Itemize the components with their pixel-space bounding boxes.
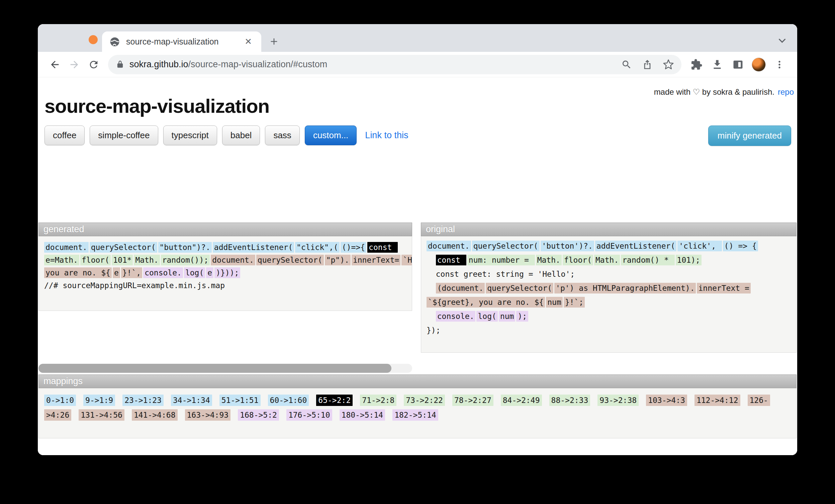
code-segment[interactable]: `He [402,255,412,265]
browser-tab[interactable]: source-map-visualization ✕ [102,32,261,52]
url-bar[interactable]: sokra.github.io/source-map-visualization… [108,55,681,74]
code-segment[interactable]: )})); [215,267,240,278]
mapping-item[interactable]: 23->1:23 [122,395,164,406]
code-segment[interactable]: document. [427,241,471,251]
mapping-item[interactable]: 182->5:14 [392,409,438,421]
code-segment[interactable]: "p"). [325,255,351,265]
mapping-item[interactable]: 73->2:22 [404,395,445,406]
mapping-item-selected[interactable]: 65->2:2 [316,395,352,406]
forward-button[interactable] [65,59,84,70]
mapping-item[interactable]: 112->4:12 [694,395,740,406]
mapping-item[interactable]: 176->5:10 [286,409,332,421]
code-segment[interactable]: floor( [80,255,111,265]
mapping-item[interactable]: 168->5:2 [238,409,279,421]
code-segment[interactable]: random() * [621,255,674,265]
code-segment[interactable]: num [546,297,563,307]
code-segment[interactable]: floor( [563,255,593,265]
side-panel-icon[interactable] [728,59,748,70]
repo-link[interactable]: repo [778,87,794,96]
downloads-icon[interactable] [707,59,728,70]
code-segment[interactable]: `${greet}, you are no. ${ [427,297,545,307]
mapping-item[interactable]: 131->4:56 [79,409,124,421]
code-segment[interactable]: innerText = [697,283,750,294]
mapping-item[interactable]: 84->2:49 [501,395,542,406]
mapping-item[interactable]: 103->4:3 [646,395,687,406]
mapping-item[interactable]: 93->2:38 [597,395,639,406]
code-segment[interactable]: document. [44,242,89,253]
code-segment[interactable]: e=Math. [44,255,79,265]
example-button-babel[interactable]: babel [222,125,260,145]
example-button-custom[interactable]: custom... [305,125,357,145]
mapping-item[interactable]: 88->2:33 [549,395,590,406]
horizontal-scrollbar-track[interactable] [39,364,412,373]
mapping-item[interactable]: 163->4:93 [185,409,231,421]
back-button[interactable] [45,59,65,70]
example-button-typescript[interactable]: typescript [163,125,217,145]
code-segment[interactable]: }!`; [564,297,585,307]
mapping-item[interactable]: 34->1:34 [171,395,212,406]
code-segment[interactable]: 101); [676,255,701,265]
code-segment[interactable]: 'click', [677,241,722,251]
code-segment[interactable]: console. [436,311,476,322]
code-segment[interactable]: querySelector( [486,283,553,294]
code-segment[interactable]: () => { [723,241,758,251]
menu-kebab-icon[interactable] [769,59,790,70]
code-segment[interactable]: innerText= [352,255,401,265]
code-segment[interactable]: querySelector( [256,255,324,265]
tab-close-icon[interactable]: ✕ [243,35,254,48]
example-button-simple-coffee[interactable]: simple-coffee [90,125,158,145]
mapping-item[interactable]: 71->2:8 [360,395,396,406]
code-segment[interactable]: }!`, [121,267,142,278]
traffic-light-close[interactable] [89,35,98,44]
code-segment-selected[interactable]: const [367,242,398,253]
code-segment[interactable]: document. [211,255,255,265]
code-segment[interactable]: querySelector( [472,241,539,251]
code-segment[interactable]: Math. [134,255,160,265]
mapping-item[interactable]: 126- [748,395,770,406]
profile-avatar[interactable] [748,58,769,72]
code-segment[interactable]: ); [516,311,528,322]
code-segment[interactable]: 101* [112,255,133,265]
mapping-item[interactable]: 141->4:68 [132,409,178,421]
code-segment[interactable]: num [499,311,515,322]
code-segment[interactable]: (document. [436,283,485,294]
example-button-coffee[interactable]: coffee [44,125,85,145]
extensions-puzzle-icon[interactable] [686,59,707,70]
mapping-item[interactable]: 51->1:51 [220,395,261,406]
search-icon[interactable] [621,59,632,70]
code-segment[interactable]: "button")?. [158,242,212,253]
new-tab-button[interactable] [269,36,279,47]
mapping-item[interactable]: 78->2:27 [452,395,493,406]
reload-button[interactable] [84,59,103,70]
horizontal-scrollbar-thumb[interactable] [39,364,391,373]
bookmark-star-icon[interactable] [663,59,674,70]
code-segment[interactable]: e [113,267,120,278]
code-segment[interactable]: e [206,267,213,278]
link-to-this[interactable]: Link to this [365,130,408,141]
mapping-item[interactable]: >4:26 [44,409,71,421]
mapping-item[interactable]: 9->1:9 [83,395,115,406]
code-segment[interactable]: Math. [536,255,562,265]
code-segment[interactable]: querySelector( [90,242,157,253]
mapping-item[interactable]: 180->5:14 [340,409,385,421]
share-icon[interactable] [642,59,653,70]
minify-generated-button[interactable]: minify generated [708,125,791,146]
code-segment[interactable]: you are no. ${ [44,267,112,278]
code-segment[interactable]: 'p') as HTMLParagraphElement). [554,283,696,294]
code-segment[interactable]: log( [476,311,497,322]
code-segment[interactable]: log( [184,267,205,278]
code-segment[interactable]: addEventListener( [213,242,294,253]
code-segment[interactable]: "click",( [295,242,340,253]
code-segment-selected[interactable]: const [436,255,466,265]
code-segment[interactable]: console. [143,267,183,278]
tab-search-chevron-icon[interactable] [776,35,788,46]
mapping-item[interactable]: 60->1:60 [268,395,309,406]
mapping-item[interactable]: 0->1:0 [44,395,76,406]
code-segment[interactable]: addEventListener( [595,241,676,251]
code-segment[interactable]: random()); [161,255,210,265]
example-button-sass[interactable]: sass [265,125,300,145]
code-segment[interactable]: Math. [594,255,620,265]
code-segment[interactable]: num: number = [467,255,535,265]
code-segment[interactable]: 'button')?. [541,241,594,251]
code-segment[interactable]: ()=>{ [341,242,366,253]
